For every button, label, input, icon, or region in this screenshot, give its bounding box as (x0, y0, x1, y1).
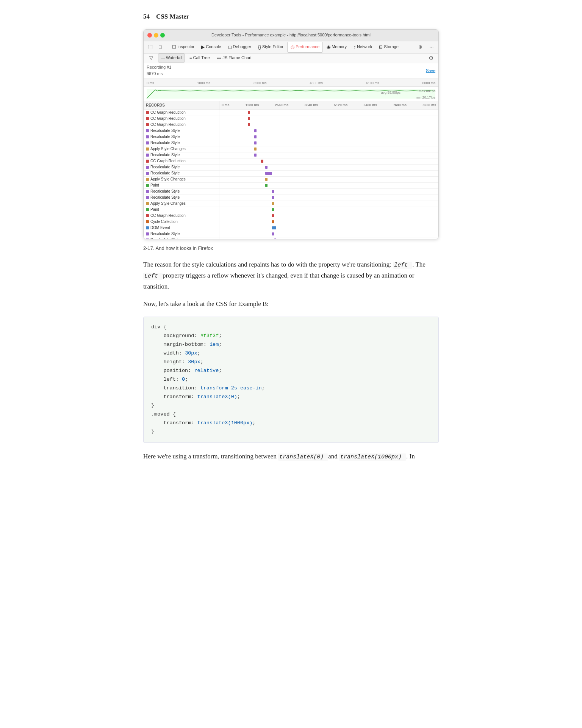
more-options-icon[interactable]: ··· (427, 42, 436, 52)
table-row[interactable]: CC Graph Reduction (144, 116, 438, 122)
recording-bar: Recording #1 9670 ms Save (144, 63, 438, 78)
tab-storage-label: Storage (384, 44, 399, 50)
row-bar (254, 147, 257, 151)
memory-tab-icon: ◉ (327, 44, 330, 51)
filter-icon[interactable]: ▽ (147, 53, 156, 63)
row-label-text: CC Graph Reduction (150, 110, 186, 116)
maximize-button[interactable] (160, 33, 165, 38)
row-label-text: Recalculate Style (150, 134, 180, 140)
tab-performance[interactable]: ◎ Performance (287, 42, 323, 53)
page-title: CSS Master (156, 13, 189, 20)
perf-toolbar: ▽ — Waterfall ≡ Call Tree ≡≡ JS Flame Ch… (144, 53, 438, 63)
table-row[interactable]: Cycle Collection (144, 219, 438, 225)
table-row[interactable]: Recalculate Style (144, 237, 438, 239)
title-bar: Developer Tools - Performance example - … (144, 30, 438, 41)
close-button[interactable] (147, 33, 152, 38)
row-bar (265, 184, 268, 187)
window-title: Developer Tools - Performance example - … (211, 32, 371, 39)
ruler-marks: 0 ms 1800 ms 3200 ms 4800 ms 6100 ms 800… (147, 80, 435, 86)
row-bar (272, 208, 274, 211)
ruler-mark-3: 4800 ms (310, 80, 323, 86)
responsive-design-icon[interactable]: ⬚ (146, 42, 155, 52)
code-left-1: left (393, 262, 412, 269)
code-line-11: .moved { (151, 410, 431, 419)
table-row[interactable]: Apply Style Changes (144, 146, 438, 152)
code-line-13: } (151, 428, 431, 436)
tab-console[interactable]: ▶ Console (198, 42, 224, 52)
row-color-indicator (146, 196, 149, 199)
row-bar (248, 111, 250, 114)
bookmark-icon[interactable]: ⊕ (416, 42, 425, 52)
inspector-icon[interactable]: □ (156, 42, 165, 52)
table-row[interactable]: Paint (144, 183, 438, 189)
table-row[interactable]: Apply Style Changes (144, 177, 438, 183)
style-editor-tab-icon: {} (258, 44, 261, 51)
table-row[interactable]: Apply Style Changes (144, 201, 438, 207)
save-recording-button[interactable]: Save (426, 67, 435, 74)
ruler-mark-0: 0 ms (147, 80, 154, 86)
row-bar (254, 141, 257, 144)
table-row[interactable]: Recalculate Style (144, 140, 438, 146)
table-row[interactable]: Paint (144, 207, 438, 213)
row-color-indicator (146, 220, 149, 223)
tab-debugger-label: Debugger (233, 44, 251, 50)
recording-info: Recording #1 9670 ms (147, 64, 171, 77)
toolbar-separator (167, 44, 167, 50)
tab-inspector[interactable]: ☐ Inspector (169, 42, 197, 52)
time-header: 0 ms 1280 ms 2560 ms 3840 ms 5120 ms 640… (219, 101, 438, 110)
timeline-ruler: 0 ms 1800 ms 3200 ms 4800 ms 6100 ms 800… (144, 78, 438, 87)
row-color-indicator (146, 172, 149, 175)
perf-tab-flame-chart[interactable]: ≡≡ JS Flame Chart (214, 54, 254, 62)
table-row[interactable]: CC Graph Reduction (144, 213, 438, 219)
tab-network[interactable]: ↕ Network (350, 42, 375, 52)
row-label-text: Cycle Collection (150, 219, 178, 225)
table-row[interactable]: CC Graph Reduction (144, 110, 438, 116)
storage-tab-icon: ⊟ (379, 44, 383, 51)
table-row[interactable]: CC Graph Reduction (144, 122, 438, 128)
ruler-mark-5: 8000 ms (422, 80, 435, 86)
table-row[interactable]: Recalculate Style (144, 189, 438, 195)
flame-chart-tab-label: ≡≡ JS Flame Chart (217, 55, 252, 60)
row-bar (265, 172, 272, 175)
table-row[interactable]: Recalculate Style (144, 128, 438, 134)
perf-tab-call-tree[interactable]: ≡ Call Tree (187, 54, 212, 62)
row-label-text: Recalculate Style (150, 188, 180, 195)
row-label-text: Paint (150, 207, 159, 213)
waterfall-rows: CC Graph ReductionCC Graph ReductionCC G… (144, 110, 438, 239)
tab-debugger[interactable]: ◻ Debugger (225, 42, 254, 52)
code-translatex-0: translateX(0) (278, 453, 328, 461)
recording-duration: 9670 ms (147, 71, 163, 76)
network-tab-icon: ↕ (354, 44, 356, 51)
ruler-mark-4: 6100 ms (366, 80, 379, 86)
table-row[interactable]: Recalculate Style (144, 165, 438, 171)
tab-memory[interactable]: ◉ Memory (324, 42, 350, 52)
table-row[interactable]: Recalculate Style (144, 134, 438, 140)
tab-memory-label: Memory (332, 44, 347, 50)
row-bar (274, 238, 277, 239)
row-color-indicator (146, 117, 149, 120)
perf-tab-waterfall[interactable]: — Waterfall (158, 53, 185, 63)
table-row[interactable]: Recalculate Style (144, 171, 438, 177)
debugger-tab-icon: ◻ (228, 44, 232, 51)
table-row[interactable]: DOM Event (144, 225, 438, 231)
code-line-3: margin-bottom: 1em; (151, 340, 431, 349)
row-color-indicator (146, 166, 149, 169)
code-line-12: transform: translateX(1000px); (151, 419, 431, 428)
row-color-indicator (146, 141, 149, 144)
table-row[interactable]: CC Graph Reduction (144, 158, 438, 165)
code-line-2: background: #f3f3f; (151, 332, 431, 340)
tab-style-editor[interactable]: {} Style Editor (255, 42, 286, 52)
row-label-text: Apply Style Changes (150, 146, 186, 152)
records-header: RECORDS (144, 101, 219, 110)
settings-icon[interactable]: ⚙ (426, 53, 435, 63)
table-row[interactable]: Recalculate Style (144, 195, 438, 201)
fps-avg-label: avg 59.95fps (381, 90, 401, 95)
code-line-5: height: 30px; (151, 358, 431, 367)
table-row[interactable]: Recalculate Style (144, 231, 438, 237)
code-line-4: width: 30px; (151, 349, 431, 358)
row-color-indicator (146, 129, 149, 132)
tab-style-editor-label: Style Editor (262, 44, 283, 50)
tab-storage[interactable]: ⊟ Storage (376, 42, 402, 52)
minimize-button[interactable] (154, 33, 158, 38)
table-row[interactable]: Recalculate Style (144, 152, 438, 158)
